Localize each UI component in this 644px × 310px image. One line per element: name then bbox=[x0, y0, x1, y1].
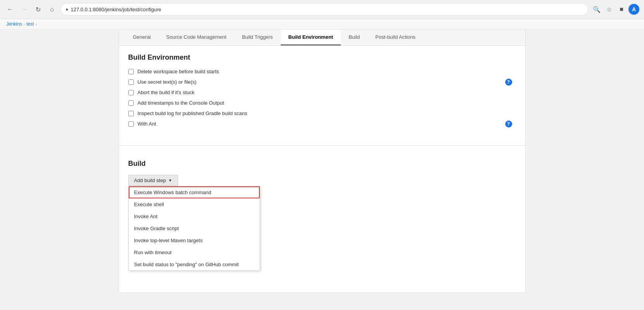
address-bar[interactable]: ● 127.0.0.1:8080/jenkins/job/test/config… bbox=[60, 3, 588, 16]
dropdown-item-execute-shell[interactable]: Execute shell bbox=[129, 198, 260, 210]
checkbox-row-secret-text: Use secret text(s) or file(s) ? bbox=[128, 79, 516, 85]
add-build-step-label: Add build step bbox=[134, 177, 166, 183]
checkbox-abort-build[interactable] bbox=[128, 90, 134, 95]
label-gradle[interactable]: Inspect build log for published Gradle b… bbox=[138, 110, 247, 116]
tab-general[interactable]: General bbox=[125, 29, 159, 45]
tab-build-triggers[interactable]: Build Triggers bbox=[234, 29, 280, 45]
dropdown-item-invoke-maven[interactable]: Invoke top-level Maven targets bbox=[129, 234, 260, 246]
help-icon-secret-text[interactable]: ? bbox=[505, 79, 512, 86]
checkbox-row-timestamps: Add timestamps to the Console Output bbox=[128, 100, 516, 106]
add-build-step-button[interactable]: Add build step ▼ bbox=[128, 175, 178, 186]
build-environment-title: Build Environment bbox=[128, 53, 516, 62]
tab-build[interactable]: Build bbox=[341, 29, 368, 45]
browser-toolbar: ← → ↻ ⌂ ● 127.0.0.1:8080/jenkins/job/tes… bbox=[0, 0, 644, 19]
dropdown-item-execute-windows-batch[interactable]: Execute Windows batch command bbox=[129, 186, 260, 198]
dropdown-item-invoke-ant[interactable]: Invoke Ant bbox=[129, 210, 260, 222]
checkbox-row-delete-workspace: Delete workspace before build starts bbox=[128, 69, 516, 74]
build-section: Build Add build step ▼ Execute Windows b… bbox=[119, 152, 525, 248]
toolbar-icons: 🔍 ☆ ■ A bbox=[591, 4, 639, 15]
search-icon-btn[interactable]: 🔍 bbox=[591, 4, 602, 15]
tab-build-environment[interactable]: Build Environment bbox=[281, 29, 341, 45]
checkbox-gradle[interactable] bbox=[128, 111, 134, 116]
breadcrumb: Jenkins › test › bbox=[0, 19, 644, 29]
checkbox-delete-workspace[interactable] bbox=[128, 69, 134, 74]
checkbox-timestamps[interactable] bbox=[128, 100, 134, 106]
browser-chrome: ← → ↻ ⌂ ● 127.0.0.1:8080/jenkins/job/tes… bbox=[0, 0, 644, 19]
add-build-step-wrapper: Add build step ▼ Execute Windows batch c… bbox=[128, 175, 178, 186]
checkbox-with-ant[interactable] bbox=[128, 121, 134, 127]
lock-icon: ● bbox=[66, 7, 68, 12]
checkbox-row-with-ant: With Ant ? bbox=[128, 121, 516, 127]
breadcrumb-test[interactable]: test bbox=[26, 21, 34, 27]
dropdown-arrow-icon: ▼ bbox=[168, 178, 172, 183]
breadcrumb-sep-1: › bbox=[24, 22, 25, 26]
checkbox-row-abort-build: Abort the build if it's stuck bbox=[128, 90, 516, 95]
build-environment-section: Build Environment Delete workspace befor… bbox=[119, 46, 525, 139]
bookmark-icon-btn[interactable]: ☆ bbox=[604, 4, 615, 15]
breadcrumb-sep-2: › bbox=[35, 22, 36, 26]
breadcrumb-jenkins[interactable]: Jenkins bbox=[6, 21, 22, 27]
dropdown-item-set-build-status[interactable]: Set build status to "pending" on GitHub … bbox=[129, 258, 260, 270]
dropdown-item-run-with-timeout[interactable]: Run with timeout bbox=[129, 246, 260, 258]
home-button[interactable]: ⌂ bbox=[47, 4, 57, 15]
section-divider bbox=[119, 145, 525, 146]
label-with-ant[interactable]: With Ant bbox=[138, 121, 156, 127]
build-title: Build bbox=[128, 160, 516, 168]
checkbox-row-gradle: Inspect build log for published Gradle b… bbox=[128, 110, 516, 116]
tab-source-code-management[interactable]: Source Code Management bbox=[159, 29, 234, 45]
avatar[interactable]: A bbox=[628, 4, 639, 15]
extensions-icon-btn[interactable]: ■ bbox=[616, 4, 627, 15]
back-button[interactable]: ← bbox=[5, 4, 16, 15]
forward-button[interactable]: → bbox=[19, 4, 29, 15]
tab-bar: General Source Code Management Build Tri… bbox=[119, 29, 525, 46]
add-build-step-dropdown: Execute Windows batch command Execute sh… bbox=[128, 186, 260, 271]
help-icon-with-ant[interactable]: ? bbox=[505, 121, 512, 127]
checkbox-secret-text[interactable] bbox=[128, 79, 134, 85]
label-secret-text[interactable]: Use secret text(s) or file(s) bbox=[138, 79, 197, 85]
label-abort-build[interactable]: Abort the build if it's stuck bbox=[138, 90, 195, 95]
url-text: 127.0.0.1:8080/jenkins/job/test/configur… bbox=[71, 7, 161, 12]
label-timestamps[interactable]: Add timestamps to the Console Output bbox=[138, 100, 224, 106]
reload-button[interactable]: ↻ bbox=[33, 4, 43, 15]
label-delete-workspace[interactable]: Delete workspace before build starts bbox=[138, 69, 219, 74]
tab-post-build-actions[interactable]: Post-build Actions bbox=[368, 29, 423, 45]
main-content: General Source Code Management Build Tri… bbox=[119, 29, 526, 293]
dropdown-item-invoke-gradle[interactable]: Invoke Gradle script bbox=[129, 222, 260, 234]
